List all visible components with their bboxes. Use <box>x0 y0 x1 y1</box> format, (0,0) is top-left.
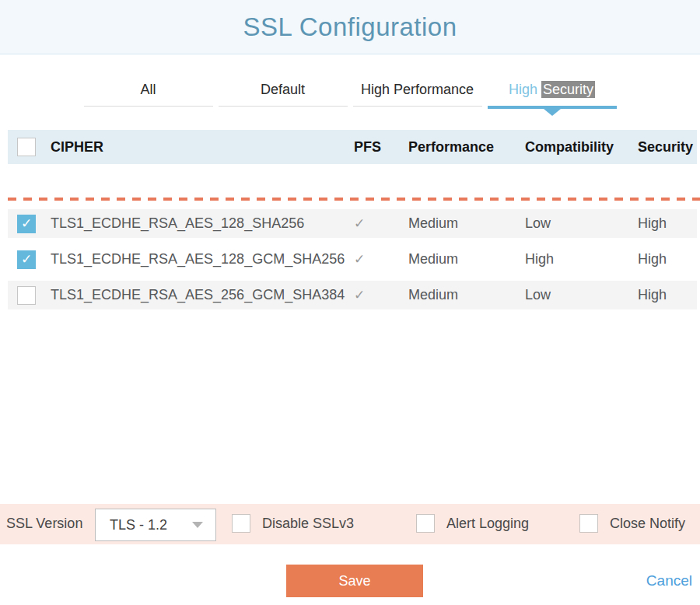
tab-high-security-word1: High <box>509 82 537 97</box>
pfs-check-icon: ✓ <box>354 251 408 268</box>
cipher-table: CIPHER PFS Performance Compatibility Sec… <box>8 130 697 164</box>
col-header-cipher: CIPHER <box>51 139 354 156</box>
table-header-row: CIPHER PFS Performance Compatibility Sec… <box>8 130 697 164</box>
col-header-pfs: PFS <box>354 139 408 156</box>
active-tab-pointer-icon <box>544 109 561 116</box>
cipher-rows: TLS1_ECDHE_RSA_AES_128_SHA256 ✓ Medium L… <box>0 209 700 309</box>
tab-high-security[interactable]: High Security <box>488 82 617 109</box>
cipher-name: TLS1_ECDHE_RSA_AES_128_SHA256 <box>51 215 354 232</box>
performance-value: Medium <box>408 251 525 268</box>
security-value: High <box>638 251 697 268</box>
disable-sslv3-checkbox[interactable] <box>232 514 250 533</box>
row-checkbox[interactable] <box>17 215 36 233</box>
compatibility-value: Low <box>525 287 638 303</box>
dialog-header: SSL Configuration <box>0 0 700 54</box>
disable-sslv3-label: Disable SSLv3 <box>262 516 354 532</box>
ssl-version-label: SSL Version <box>6 516 82 532</box>
tab-bar: All Default High Performance High Securi… <box>0 54 700 109</box>
col-header-performance: Performance <box>408 139 525 156</box>
disable-sslv3-option: Disable SSLv3 <box>232 514 354 533</box>
save-button[interactable]: Save <box>286 565 423 597</box>
close-notify-option: Close Notify <box>579 514 685 533</box>
alert-logging-label: Alert Logging <box>446 516 529 532</box>
page-title: SSL Configuration <box>243 12 457 42</box>
col-header-compatibility: Compatibility <box>525 139 638 156</box>
compatibility-value: High <box>525 251 638 268</box>
table-row: TLS1_ECDHE_RSA_AES_128_SHA256 ✓ Medium L… <box>8 209 697 238</box>
alert-logging-checkbox[interactable] <box>416 514 435 533</box>
dashed-divider <box>8 198 700 201</box>
tab-default[interactable]: Default <box>219 82 348 109</box>
performance-value: Medium <box>408 287 525 303</box>
performance-value: Medium <box>408 215 525 232</box>
cancel-link[interactable]: Cancel <box>646 572 692 589</box>
compatibility-value: Low <box>525 215 638 232</box>
tab-all[interactable]: All <box>84 82 213 109</box>
pfs-check-icon: ✓ <box>354 215 408 232</box>
row-checkbox[interactable] <box>17 250 36 269</box>
pfs-check-icon: ✓ <box>354 287 408 303</box>
select-all-checkbox[interactable] <box>17 138 36 156</box>
close-notify-checkbox[interactable] <box>579 514 598 533</box>
table-row: TLS1_ECDHE_RSA_AES_128_GCM_SHA256 ✓ Medi… <box>8 245 697 274</box>
ssl-configuration-dialog: SSL Configuration All Default High Perfo… <box>0 0 700 605</box>
tab-high-security-word2: Security <box>541 81 595 98</box>
ssl-options-bar: SSL Version TLS - 1.2 Disable SSLv3 Aler… <box>0 504 700 544</box>
dialog-actions: Save Cancel <box>0 565 700 597</box>
cipher-name: TLS1_ECDHE_RSA_AES_128_GCM_SHA256 <box>51 251 354 268</box>
ssl-version-select[interactable]: TLS - 1.2 <box>95 509 216 541</box>
cipher-name: TLS1_ECDHE_RSA_AES_256_GCM_SHA384 <box>51 287 354 303</box>
ssl-version-value: TLS - 1.2 <box>110 517 192 533</box>
security-value: High <box>638 287 697 303</box>
col-header-security: Security <box>638 139 697 156</box>
row-checkbox[interactable] <box>17 286 36 305</box>
table-row: TLS1_ECDHE_RSA_AES_256_GCM_SHA384 ✓ Medi… <box>8 281 697 309</box>
close-notify-label: Close Notify <box>610 516 685 532</box>
security-value: High <box>638 215 697 232</box>
tab-high-performance[interactable]: High Performance <box>353 82 482 109</box>
alert-logging-option: Alert Logging <box>416 514 529 533</box>
chevron-down-icon <box>192 522 203 528</box>
